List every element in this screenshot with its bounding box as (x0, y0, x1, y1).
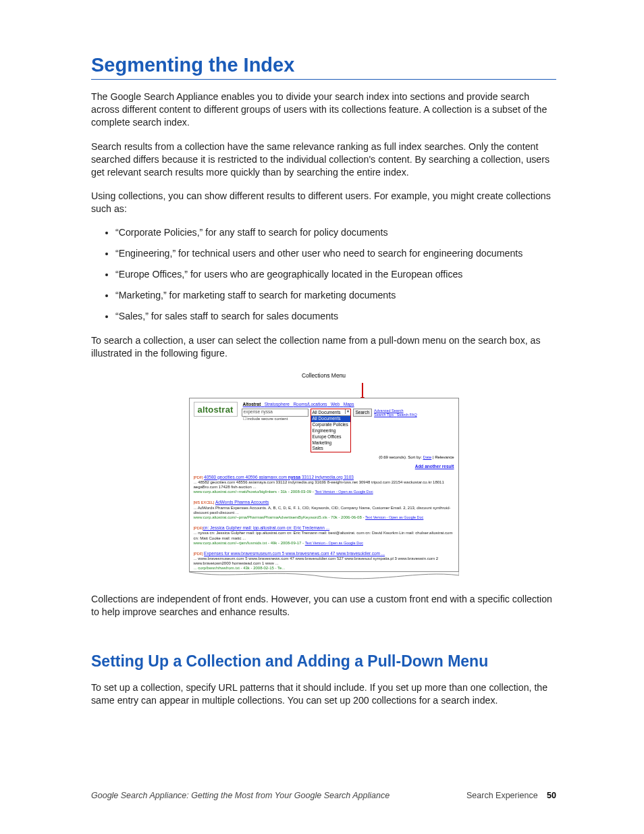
figure-collections-menu: Collections Menu altostrat Altostrat Str… (91, 372, 556, 581)
altostrat-logo: altostrat (194, 402, 238, 417)
dropdown-option[interactable]: Engineering (311, 427, 350, 434)
dropdown-option[interactable]: Marketing (311, 440, 350, 446)
result-title-link[interactable]: cn: Jessica Gulpher mail: ipp.altostrat.… (203, 525, 330, 530)
page-footer: Google Search Appliance: Getting the Mos… (91, 791, 556, 800)
bullet-item: “Sales,” for sales staff to search for s… (115, 310, 556, 323)
dropdown-option[interactable]: Sales (311, 446, 350, 452)
results-stats: (0.69 seconds). Sort by: Date | Relevanc… (194, 455, 454, 460)
footer-page-number: 50 (547, 791, 556, 800)
search-result: [PDF] 40580 geocities.com 40596 asiamaxx… (194, 475, 454, 495)
secure-content-checkbox[interactable]: ☐ include secure content (243, 417, 308, 421)
body-paragraph: Collections are independent of front end… (91, 593, 556, 619)
search-input[interactable]: expense nyssa (242, 409, 308, 417)
body-paragraph: The Google Search Appliance enables you … (91, 90, 556, 130)
dropdown-option-selected[interactable]: All Documents (311, 416, 350, 422)
result-title-link[interactable]: AdWords Pharma Accounts (215, 500, 269, 504)
search-result: [MS EXCEL] AdWords Pharma Accounts ... A… (194, 500, 454, 520)
result-aux-link[interactable]: Text Version - Open as Google Doc (365, 515, 423, 519)
search-button[interactable]: Search (353, 409, 373, 417)
dropdown-option[interactable]: Corporate Policies (311, 422, 350, 428)
result-title-link[interactable]: Expenses for www.bravesmuseum.com 5 www.… (204, 551, 385, 556)
body-paragraph: Using collections, you can show differen… (91, 190, 556, 215)
section-heading: Setting Up a Collection and Adding a Pul… (91, 652, 556, 671)
bullet-item: “Marketing,” for marketing staff to sear… (115, 289, 556, 303)
dropdown-selected-value[interactable]: All Documents (311, 409, 350, 416)
body-paragraph: To search a collection, a user can selec… (91, 334, 556, 360)
bullet-item: “Corporate Policies,” for any staff to s… (115, 226, 556, 240)
search-result: [PDF] Expenses for www.bravesmuseum.com … (194, 551, 454, 571)
collections-dropdown[interactable]: All Documents All Documents Corporate Po… (311, 409, 351, 452)
footer-doc-title: Google Search Appliance: Getting the Mos… (91, 791, 390, 800)
callout-arrow-icon (189, 380, 459, 398)
figure-nav-links: Altostrat Stratosphere Rooms/Locations W… (243, 402, 454, 407)
footer-section: Search Experience (466, 791, 538, 800)
figure-callout-label: Collections Menu (189, 372, 459, 379)
search-result: [PDF]cn: Jessica Gulpher mail: ipp.altos… (194, 525, 454, 546)
dropdown-option[interactable]: Europe Offices (311, 434, 350, 440)
sort-date-link[interactable]: Date (423, 455, 432, 459)
result-title-link[interactable]: 40580 geocities.com 40596 asiamaxx.com n… (204, 475, 354, 479)
advanced-search-links[interactable]: Advanced Search Search Tips · Search FAQ (374, 409, 417, 417)
bullet-list: “Corporate Policies,” for any staff to s… (91, 226, 556, 323)
result-aux-link[interactable]: Text Version - Open as Google Doc (315, 490, 373, 494)
body-paragraph: To set up a collection, specify URL patt… (91, 681, 556, 707)
page-heading: Segmenting the Index (91, 54, 556, 80)
page-tear-icon (189, 571, 459, 581)
add-another-result-link[interactable]: Add another result (194, 464, 454, 469)
result-aux-link[interactable]: Text Version - Open as Google Doc (305, 541, 363, 545)
bullet-item: “Europe Offices,” for users who are geog… (115, 268, 556, 282)
body-paragraph: Search results from a collection have th… (91, 140, 556, 180)
bullet-item: “Engineering,” for technical users and o… (115, 247, 556, 261)
